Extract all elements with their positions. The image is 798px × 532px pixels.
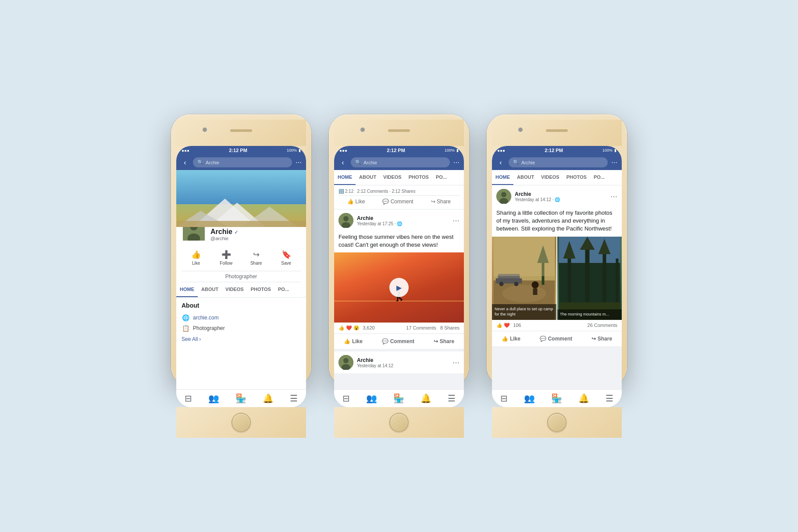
search-bar-1[interactable]: 🔍 Archie [193, 157, 292, 167]
back-button-2[interactable]: ‹ [338, 159, 347, 167]
nav-bell-icon-1[interactable]: 🔔 [263, 393, 274, 404]
play-button-1[interactable]: ▶ [389, 278, 409, 297]
bottom-bezel-3 [492, 407, 622, 438]
battery-icon-3: ▮ [614, 148, 616, 153]
share-button-1[interactable]: ↪ Share [242, 247, 271, 268]
tab-about-1[interactable]: ABOUT [198, 282, 222, 297]
ad-share-action-3[interactable]: ↪ Share [586, 333, 617, 344]
see-all-1[interactable]: See All › [182, 333, 301, 345]
page-type-1: Photographer [182, 271, 301, 282]
status-time-1: 2:12 PM [229, 148, 247, 153]
nav-menu-icon-1[interactable]: ☰ [290, 393, 298, 404]
tab-photos-3[interactable]: PHOTOS [563, 170, 590, 185]
nav-friends-icon-3[interactable]: 👥 [524, 393, 535, 404]
about-type-1: Photographer [193, 325, 225, 331]
nav-store-icon-1[interactable]: 🏪 [235, 393, 246, 404]
search-bar-3[interactable]: 🔍 Archie [509, 157, 608, 167]
tab-about-2[interactable]: ABOUT [356, 170, 380, 185]
share-action-1[interactable]: ↪ Share [428, 336, 460, 347]
battery-icon-1: ▮ [299, 148, 301, 153]
more-button-1[interactable]: ⋯ [296, 159, 302, 166]
mountain-svg-1 [176, 195, 306, 227]
back-button-3[interactable]: ‹ [496, 159, 505, 167]
tab-more-3[interactable]: PO... [590, 170, 608, 185]
tab-more-1[interactable]: PO... [274, 282, 292, 297]
more-button-2[interactable]: ⋯ [453, 159, 460, 166]
post-image-1[interactable]: 🚶 ▶ [334, 252, 464, 323]
search-icon-1: 🔍 [197, 160, 203, 165]
nav-bell-icon-2[interactable]: 🔔 [420, 393, 431, 404]
nav-friends-icon-2[interactable]: 👥 [366, 393, 377, 404]
prev-share-btn-2[interactable]: ↪ Share [431, 199, 451, 205]
post-author-2: Archie [357, 357, 393, 363]
speaker-3 [546, 129, 568, 132]
ad-img-svg-right-3 [557, 237, 622, 320]
search-text-2: Archie [363, 160, 377, 165]
post-more-btn-2[interactable]: ⋯ [452, 358, 460, 367]
screen-3: Archie Yesterday at 14:12 · 🌐 ⋯ Sharing … [492, 185, 622, 389]
tab-photos-1[interactable]: PHOTOS [247, 282, 274, 297]
ad-more-btn-3[interactable]: ⋯ [610, 192, 617, 201]
nav-store-icon-3[interactable]: 🏪 [551, 393, 562, 404]
top-bezel-2 [334, 120, 464, 146]
svg-rect-4 [176, 221, 306, 227]
tab-home-2[interactable]: HOME [334, 170, 356, 185]
ad-comment-action-3[interactable]: 💬 Comment [534, 333, 577, 344]
follow-label-1: Follow [220, 261, 232, 266]
post-more-btn-1[interactable]: ⋯ [452, 216, 460, 225]
prev-comment-btn-2[interactable]: 💬 Comment [382, 199, 413, 205]
home-button-1[interactable] [232, 413, 251, 432]
search-text-3: Archie [521, 160, 535, 165]
more-button-3[interactable]: ⋯ [611, 159, 617, 166]
follow-button-1[interactable]: ➕ Follow [212, 247, 241, 268]
svg-point-19 [502, 285, 546, 302]
post-meta-2: Archie Yesterday at 14:12 [357, 357, 393, 368]
about-website-1[interactable]: archie.com [193, 315, 219, 321]
like-button-1[interactable]: 👍 Like [182, 247, 211, 268]
tab-videos-3[interactable]: VIDEOS [538, 170, 563, 185]
svg-point-24 [532, 281, 539, 288]
about-item-website-1: 🌐 archie.com [182, 312, 301, 323]
back-button-1[interactable]: ‹ [181, 159, 189, 167]
nav-menu-icon-3[interactable]: ☰ [606, 393, 613, 404]
about-section-1: About 🌐 archie.com 📋 Photographer See Al… [176, 298, 306, 389]
post-author-1: Archie [357, 215, 402, 221]
like-action-1[interactable]: 👍 Like [338, 336, 368, 347]
status-bar-3: ●●● 2:12 PM 100% ▮ [492, 146, 622, 155]
globe-icon-1: 🌐 [182, 314, 189, 321]
nav-home-icon-3[interactable]: ⊟ [500, 393, 508, 404]
tab-home-1[interactable]: HOME [176, 282, 198, 297]
fb-nav-2: ‹ 🔍 Archie ⋯ [334, 155, 464, 170]
tab-more-2[interactable]: PO... [432, 170, 450, 185]
tab-videos-1[interactable]: VIDEOS [222, 282, 247, 297]
save-button-1[interactable]: 🔖 Save [272, 247, 301, 268]
nav-friends-icon-1[interactable]: 👥 [208, 393, 219, 404]
nav-bell-icon-3[interactable]: 🔔 [578, 393, 589, 404]
prev-like-btn-2[interactable]: 👍 Like [347, 199, 365, 205]
home-button-2[interactable] [389, 413, 409, 432]
tab-photos-2[interactable]: PHOTOS [405, 170, 432, 185]
ad-like-action-3[interactable]: 👍 Like [496, 333, 526, 344]
profile-handle-1: @archie [210, 236, 239, 241]
comment-action-1[interactable]: 💬 Comment [377, 336, 420, 347]
nav-menu-icon-2[interactable]: ☰ [448, 393, 456, 404]
love-emoji-1: ❤️ [346, 325, 352, 330]
camera-1 [203, 128, 207, 132]
post-avatar-2 [338, 355, 353, 370]
ad-post-card-3: Archie Yesterday at 14:12 · 🌐 ⋯ Sharing … [492, 185, 622, 346]
status-right-3: 100% ▮ [602, 148, 616, 153]
phone-frame-2: ●●● 2:12 PM 100% ▮ ‹ 🔍 Archie ⋯ [329, 114, 469, 386]
tab-videos-2[interactable]: VIDEOS [380, 170, 405, 185]
status-time-3: 2:12 PM [545, 148, 563, 153]
tab-about-3[interactable]: ABOUT [513, 170, 538, 185]
search-bar-2[interactable]: 🔍 Archie [351, 157, 450, 167]
home-button-3[interactable] [547, 413, 566, 432]
nav-home-icon-2[interactable]: ⊟ [342, 393, 350, 404]
nav-home-icon-1[interactable]: ⊟ [185, 393, 192, 404]
fb-nav-1: ‹ 🔍 Archie ⋯ [176, 155, 306, 170]
svg-point-15 [501, 192, 506, 197]
nav-store-icon-2[interactable]: 🏪 [393, 393, 404, 404]
tab-home-3[interactable]: HOME [492, 170, 513, 185]
chevron-right-icon-1: › [199, 336, 201, 342]
ad-comment-action-label-3: Comment [548, 336, 572, 342]
